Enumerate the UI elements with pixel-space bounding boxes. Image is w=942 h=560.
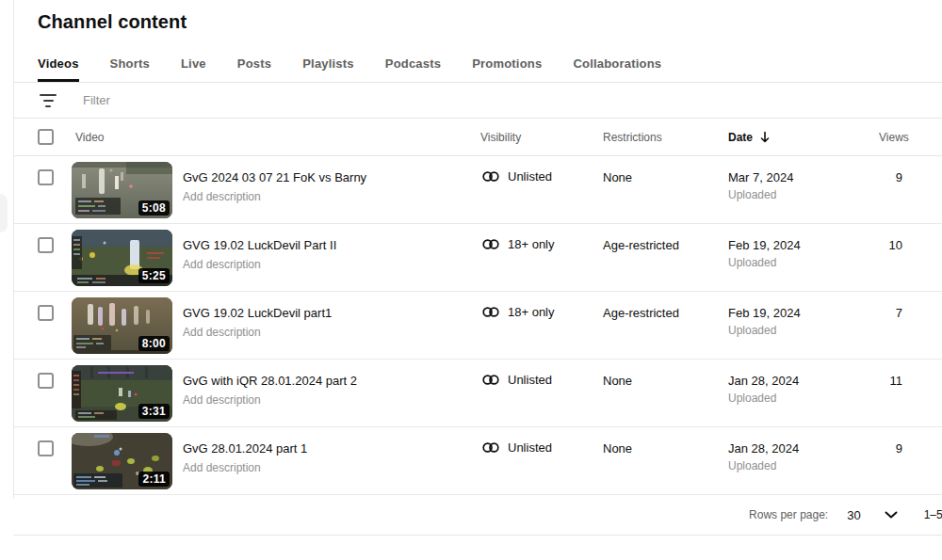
date-cell: Mar 7, 2024 Uploaded (728, 156, 879, 201)
unlisted-link-icon (480, 306, 501, 318)
column-header-views: Views (879, 131, 942, 144)
rows-per-page-label: Rows per page: (749, 508, 828, 521)
row-checkbox-cell (14, 224, 72, 253)
video-row: 2:11 GvG 28.01.2024 part 1 Add descripti… (14, 427, 942, 495)
video-title[interactable]: GvG with iQR 28.01.2024 part 2 (183, 374, 357, 389)
video-thumbnail[interactable]: 2:11 (72, 433, 172, 489)
visibility-value: Unlisted (508, 440, 552, 455)
date-type: Uploaded (728, 459, 879, 472)
views-cell: 9 (879, 156, 942, 184)
tab-posts[interactable]: Posts (237, 45, 271, 82)
sort-descending-icon (759, 131, 771, 144)
tab-promotions[interactable]: Promotions (472, 45, 542, 82)
content-left-divider (13, 0, 14, 499)
visibility-cell[interactable]: 18+ only (480, 292, 603, 319)
video-meta: GvG 28.01.2024 part 1 Add description (183, 433, 307, 489)
column-header-date[interactable]: Date (728, 131, 879, 144)
restrictions-cell: None (603, 156, 728, 184)
add-description-link[interactable]: Add description (183, 393, 357, 407)
filter-input[interactable] (83, 93, 365, 107)
duration-badge: 8:00 (138, 336, 170, 351)
row-checkbox-cell (14, 360, 72, 389)
video-thumbnail[interactable]: 5:25 (72, 230, 172, 286)
row-checkbox-cell (14, 292, 72, 321)
drawer-handle (0, 194, 8, 232)
video-row: 5:08 GvG 2024 03 07 21 FoK vs Barny Add … (14, 156, 942, 224)
video-title[interactable]: GvG 28.01.2024 part 1 (183, 441, 307, 456)
views-cell: 11 (879, 360, 942, 388)
filter-bar[interactable] (14, 83, 942, 119)
table-footer: Rows per page: 30 1–5 of 5 (14, 495, 942, 536)
date-value: Jan 28, 2024 (728, 374, 879, 388)
duration-badge: 5:25 (138, 268, 170, 283)
video-meta: GVG 19.02 LuckDevil part1 Add descriptio… (183, 297, 332, 354)
chevron-down-icon[interactable] (885, 511, 898, 519)
video-row: 3:31 GvG with iQR 28.01.2024 part 2 Add … (14, 360, 942, 427)
row-checkbox[interactable] (38, 305, 54, 321)
visibility-value: Unlisted (508, 169, 552, 184)
rows-per-page-value[interactable]: 30 (847, 508, 860, 522)
row-checkbox-cell (14, 156, 72, 185)
row-checkbox[interactable] (38, 440, 54, 456)
video-row: 8:00 GVG 19.02 LuckDevil part1 Add descr… (14, 292, 942, 360)
visibility-cell[interactable]: 18+ only (480, 224, 603, 251)
unlisted-link-icon (480, 374, 501, 386)
video-title[interactable]: GvG 2024 03 07 21 FoK vs Barny (183, 170, 366, 185)
row-checkbox-cell (14, 427, 72, 456)
video-thumbnail[interactable]: 3:31 (72, 365, 172, 422)
page-range: 1–5 of 5 (924, 508, 942, 521)
add-description-link[interactable]: Add description (183, 258, 336, 271)
visibility-cell[interactable]: Unlisted (480, 427, 603, 455)
row-checkbox[interactable] (38, 237, 54, 253)
video-meta: GvG 2024 03 07 21 FoK vs Barny Add descr… (183, 162, 366, 218)
tab-podcasts[interactable]: Podcasts (385, 45, 441, 82)
header-checkbox-cell (14, 119, 72, 155)
tab-videos[interactable]: Videos (38, 45, 79, 82)
duration-badge: 3:31 (138, 404, 170, 419)
date-value: Jan 28, 2024 (728, 441, 879, 456)
tab-playlists[interactable]: Playlists (302, 45, 354, 82)
date-header-label: Date (728, 131, 753, 144)
date-cell: Feb 19, 2024 Uploaded (728, 224, 879, 269)
duration-badge: 5:08 (138, 200, 170, 216)
title-bar: Channel content (14, 0, 942, 45)
unlisted-link-icon (480, 441, 501, 454)
video-cell: 2:11 GvG 28.01.2024 part 1 Add descripti… (72, 427, 480, 489)
add-description-link[interactable]: Add description (183, 326, 332, 339)
visibility-value: Unlisted (508, 373, 552, 387)
tab-collaborations[interactable]: Collaborations (573, 45, 661, 82)
visibility-cell[interactable]: Unlisted (480, 156, 603, 184)
date-value: Mar 7, 2024 (728, 170, 879, 184)
views-cell: 9 (879, 427, 942, 456)
tab-live[interactable]: Live (181, 45, 206, 82)
views-cell: 10 (879, 224, 942, 252)
date-type: Uploaded (728, 256, 879, 269)
date-type: Uploaded (728, 392, 879, 405)
unlisted-link-icon (480, 170, 501, 183)
row-checkbox[interactable] (38, 169, 54, 185)
visibility-cell[interactable]: Unlisted (480, 360, 603, 387)
video-title[interactable]: GVG 19.02 LuckDevil part1 (183, 306, 332, 321)
filter-icon[interactable] (40, 94, 57, 107)
video-cell: 8:00 GVG 19.02 LuckDevil part1 Add descr… (72, 292, 480, 354)
select-all-checkbox[interactable] (38, 129, 54, 145)
page-title: Channel content (38, 11, 187, 32)
video-row: 5:25 GVG 19.02 LuckDevil Part II Add des… (14, 224, 942, 292)
date-cell: Feb 19, 2024 Uploaded (728, 292, 879, 337)
restrictions-cell: Age-restricted (603, 224, 728, 252)
video-thumbnail[interactable]: 8:00 (72, 297, 172, 354)
video-cell: 3:31 GvG with iQR 28.01.2024 part 2 Add … (72, 360, 480, 422)
tab-shorts[interactable]: Shorts (110, 45, 150, 82)
table-header-row: Video Visibility Restrictions Date Views (14, 119, 942, 156)
visibility-value: 18+ only (508, 237, 555, 251)
row-checkbox[interactable] (38, 373, 54, 389)
add-description-link[interactable]: Add description (183, 461, 307, 474)
video-cell: 5:25 GVG 19.02 LuckDevil Part II Add des… (72, 224, 480, 286)
visibility-value: 18+ only (508, 305, 555, 319)
date-value: Feb 19, 2024 (728, 306, 879, 320)
video-title[interactable]: GVG 19.02 LuckDevil Part II (183, 238, 336, 253)
video-meta: GVG 19.02 LuckDevil Part II Add descript… (183, 230, 336, 286)
video-thumbnail[interactable]: 5:08 (72, 162, 172, 218)
add-description-link[interactable]: Add description (183, 190, 366, 203)
duration-badge: 2:11 (138, 472, 170, 487)
